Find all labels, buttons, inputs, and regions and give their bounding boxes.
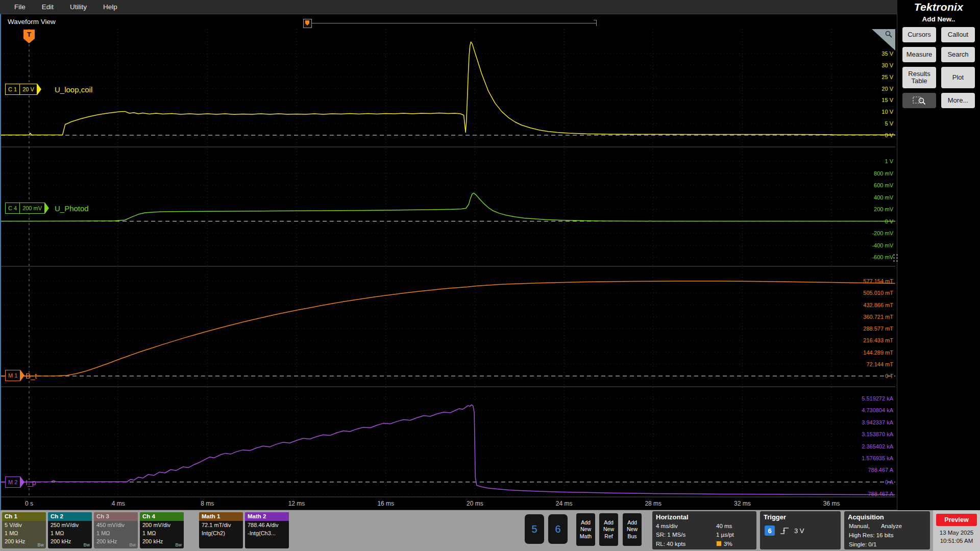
rising-edge-icon xyxy=(779,526,790,535)
add-new-ref-button[interactable]: AddNewRef xyxy=(599,513,618,546)
channel-name: Ch 3 xyxy=(94,512,138,521)
horizontal-panel[interactable]: Horizontal 4 ms/div40 msSR: 1 MS/s1 µs/p… xyxy=(652,511,756,549)
side-button-search[interactable]: Search xyxy=(941,47,975,62)
badge-text: C 1 xyxy=(5,84,20,95)
channel-setting: 5 V/div xyxy=(5,521,43,530)
add-new-bus-button[interactable]: AddNewBus xyxy=(623,513,642,546)
time-label: 10:51:05 AM xyxy=(933,537,980,545)
side-button-plot[interactable]: Plot xyxy=(941,67,975,88)
ref-slot-button-6[interactable]: 6 xyxy=(548,514,568,544)
badge-text: M 2 xyxy=(5,477,20,488)
bandwidth-limit-icon: Bw xyxy=(175,542,182,547)
more-button[interactable]: More... xyxy=(941,93,975,108)
menu-item-utility[interactable]: Utility xyxy=(62,1,95,13)
acquisition-values: Manual,AnalyzeHigh Res: 16 bitsSingle: 0… xyxy=(844,522,930,549)
channel-badge-c1[interactable]: C 120 V xyxy=(5,84,41,95)
trace-label-u-loop-coil: U_loop,coil xyxy=(55,85,92,94)
date-label: 13 May 2025 xyxy=(933,529,980,537)
horizontal-value: 3% xyxy=(716,540,753,548)
channel-name: Ch 2 xyxy=(48,512,92,521)
panel-splitter-handle[interactable] xyxy=(893,254,898,267)
channel-setting: 1 MΩ xyxy=(96,530,135,538)
channel-setting: -Intg(Ch3... xyxy=(248,530,286,538)
badge-text: M 1 xyxy=(5,370,20,381)
menu-item-help[interactable]: Help xyxy=(95,1,126,13)
acquisition-line: Manual,Analyze xyxy=(844,522,930,531)
acquisition-title: Acquisition xyxy=(844,511,930,522)
side-button-callout[interactable]: Callout xyxy=(941,27,975,42)
trigger-title: Trigger xyxy=(760,511,841,522)
badge-arrow xyxy=(20,477,24,488)
channel-name: Math 2 xyxy=(245,512,289,521)
badge-arrow xyxy=(20,370,24,381)
menu-item-edit[interactable]: Edit xyxy=(34,1,62,13)
trace-label-u-photod: U_Photod xyxy=(55,204,89,213)
badge-text: 200 mV xyxy=(20,203,45,214)
horizontal-title: Horizontal xyxy=(652,511,756,522)
ref-slot-button-5[interactable]: 5 xyxy=(525,514,544,544)
channel-card-ch-4[interactable]: Ch 4200 mV/div1 MΩ200 kHzBw xyxy=(140,512,184,548)
channel-name: Ch 4 xyxy=(140,512,184,521)
channel-setting: Intg(Ch2) xyxy=(202,530,240,538)
trace-label-i-p: I_p xyxy=(26,478,36,487)
tektronix-logo: Tektronix xyxy=(897,1,980,13)
add-new-heading: Add New.. xyxy=(897,15,980,23)
channel-card-ch-3[interactable]: Ch 3450 mV/div1 MΩ200 kHzBw xyxy=(94,512,138,548)
menu-item-file[interactable]: File xyxy=(6,1,34,13)
badge-arrow xyxy=(37,84,41,95)
preview-button[interactable]: Preview xyxy=(936,514,977,526)
channel-setting: 72.1 mT/div xyxy=(202,521,240,530)
horizontal-value: 40 ms xyxy=(716,522,753,531)
magnifier-box-icon xyxy=(913,95,926,106)
zoom-tool-button[interactable] xyxy=(902,93,936,108)
channel-setting: 450 mV/div xyxy=(96,521,135,530)
side-button-results-table[interactable]: Results Table xyxy=(902,67,936,88)
badge-text: 20 V xyxy=(20,84,37,95)
channel-info: 788.46 A/div-Intg(Ch3... xyxy=(245,521,289,538)
channel-name: Math 1 xyxy=(199,512,243,521)
horizontal-value: SR: 1 MS/s xyxy=(656,531,716,539)
bandwidth-limit-icon: Bw xyxy=(83,542,90,547)
channel-setting: 1 MΩ xyxy=(142,530,181,538)
badge-arrow xyxy=(45,203,49,214)
badge-text: C 4 xyxy=(5,203,20,214)
channel-setting: 788.46 A/div xyxy=(248,521,286,530)
acquisition-panel[interactable]: Acquisition Manual,AnalyzeHigh Res: 16 b… xyxy=(844,511,930,549)
horizontal-value: 1 µs/pt xyxy=(716,531,753,539)
trigger-source-badge: 6 xyxy=(765,525,775,536)
add-new-math-button[interactable]: AddNewMath xyxy=(576,513,595,546)
channel-card-math-1[interactable]: Math 172.1 mT/divIntg(Ch2) xyxy=(199,512,243,548)
channel-setting: 250 mV/div xyxy=(51,521,89,530)
bottom-bar: Horizontal 4 ms/div40 msSR: 1 MS/s1 µs/p… xyxy=(0,510,980,551)
horizontal-value: RL: 40 kpts xyxy=(656,540,716,548)
channel-badge-m2[interactable]: M 2 xyxy=(5,477,24,488)
horizontal-values: 4 ms/div40 msSR: 1 MS/s1 µs/ptRL: 40 kpt… xyxy=(652,522,756,548)
channel-setting: 200 mV/div xyxy=(142,521,181,530)
channel-setting: 1 MΩ xyxy=(5,530,43,538)
channel-card-ch-2[interactable]: Ch 2250 mV/div1 MΩ200 kHzBw xyxy=(48,512,92,548)
sidebar-button-grid: CursorsCalloutMeasureSearchResults Table… xyxy=(897,26,980,109)
menu-bar: FileEditUtilityHelp xyxy=(0,0,897,14)
channel-card-ch-1[interactable]: Ch 15 V/div1 MΩ200 kHzBw xyxy=(2,512,46,548)
acquisition-line: High Res: 16 bits xyxy=(844,531,930,540)
channel-card-math-2[interactable]: Math 2788.46 A/div-Intg(Ch3... xyxy=(245,512,289,548)
channel-info: 72.1 mT/divIntg(Ch2) xyxy=(199,521,243,538)
bandwidth-limit-icon: Bw xyxy=(37,542,44,547)
trigger-level: 3 V xyxy=(794,527,804,535)
waveform-view: Waveform View 35 V30 V25 V20 V15 V10 V5 … xyxy=(0,14,897,510)
side-button-cursors[interactable]: Cursors xyxy=(902,27,936,42)
channel-setting: 1 MΩ xyxy=(51,530,89,538)
horizontal-position-icon xyxy=(716,541,722,546)
channel-badge-c4[interactable]: C 4200 mV xyxy=(5,203,49,214)
horizontal-value: 4 ms/div xyxy=(656,522,716,531)
acquisition-line: Single: 0/1 xyxy=(844,540,930,549)
bandwidth-limit-icon: Bw xyxy=(129,542,136,547)
plot-overlay: C 120 VU_loop,coilC 4200 mVU_PhotodM 1B_… xyxy=(1,14,897,510)
side-button-measure[interactable]: Measure xyxy=(902,47,936,62)
magnifier-icon xyxy=(885,30,893,38)
channel-badge-m1[interactable]: M 1 xyxy=(5,370,24,381)
preview-datetime-panel: Preview 13 May 2025 10:51:05 AM xyxy=(933,510,980,551)
trigger-panel[interactable]: Trigger 6 3 V xyxy=(760,511,841,549)
trace-label-b-t: B_t xyxy=(26,371,37,380)
right-sidebar: Tektronix Add New.. CursorsCalloutMeasur… xyxy=(897,0,980,510)
